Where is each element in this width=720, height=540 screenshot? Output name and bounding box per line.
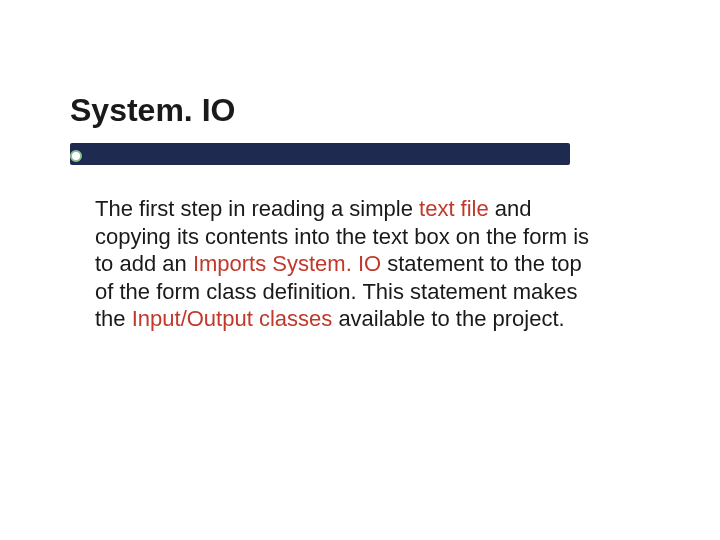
slide: System. IO The first step in reading a s… (0, 0, 720, 540)
title-underline-bar (70, 143, 570, 165)
highlight-input-output-classes: Input/Output classes (132, 306, 333, 331)
body-segment: The first step in reading a simple (95, 196, 419, 221)
body-segment: available to the project. (332, 306, 564, 331)
slide-title: System. IO (70, 92, 235, 129)
slide-body: The first step in reading a simple text … (95, 195, 605, 333)
highlight-imports-system-io: Imports System. IO (193, 251, 381, 276)
highlight-text-file: text file (419, 196, 489, 221)
bullet-icon (70, 150, 82, 162)
